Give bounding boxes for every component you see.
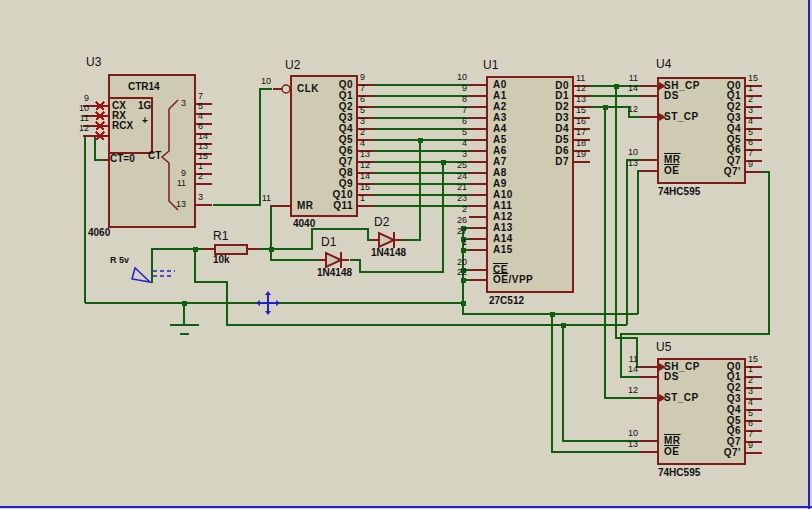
u1-pin-3-name: A7 [493,157,507,167]
u1-pin-11-number: 11 [576,74,585,83]
u1-pin-2-name: A12 [493,212,513,222]
u5-pin-9-number: 9 [748,441,753,450]
u5-pin-13-number: 13 [628,440,638,449]
junction-dot-9 [461,248,466,253]
u1-pin-7-name: A3 [493,113,507,123]
u4-pin-6-number: 6 [748,138,753,147]
u2-pin-10-name: CLK [297,84,319,94]
u1-pin-17-name: D5 [555,135,569,145]
u1-pin-19-number: 19 [576,150,586,159]
u2-pin-2-name: Q5 [339,135,353,145]
junction-dot-13 [550,312,555,317]
u5-ref: U5 [656,341,671,353]
junction-dot-12 [461,301,466,306]
u1-pin-25-name: A8 [493,168,507,178]
wire-36 [402,140,420,240]
u1-pin-26-name: A13 [493,223,513,233]
u1-pin-9-number: 9 [462,84,467,93]
resistor-r1-body[interactable] [215,245,247,254]
u1-pin-24-name: A9 [493,179,507,189]
u1-pin-1-number: 1 [462,238,467,247]
u1-pin-4-name: A6 [493,146,507,156]
junction-dot-0 [418,138,423,143]
u4-pin-2-number: 2 [748,95,753,104]
u4-pin-7-number: 7 [748,149,753,158]
diode-d2-body[interactable] [379,233,394,247]
u2-pin-13-number: 13 [360,150,370,159]
wire-19 [638,171,640,314]
u3-pin-4-number: 4 [198,112,203,121]
junction-dot-5 [193,247,198,252]
d2-value: 1N4148 [371,248,406,258]
power-terminal-label: R 5v [110,256,129,265]
u5-pin-7-name: Q7 [727,437,741,447]
u3-ct-out-11: 11 [177,179,186,188]
u4-pin-10-number: 10 [628,148,638,157]
u1-pin-7-number: 7 [462,106,467,115]
origin-marker-icon [265,291,271,295]
u2-pin-10-number: 10 [261,77,271,86]
u1-pin-21-name: A10 [493,190,513,200]
u1-pin-24-number: 24 [457,172,467,181]
u5-pin-15-number: 15 [748,355,758,364]
u4-ref: U4 [656,58,671,70]
u3-pin-14-number: 14 [198,132,208,141]
u3-ref: U3 [86,56,101,68]
u3-pin-13-number: 13 [198,142,208,151]
u1-pin-15-name: D3 [555,113,569,123]
junction-dot-1 [441,160,446,165]
u1-pin-10-number: 10 [457,73,467,82]
u1-pin-12-name: D1 [555,91,569,101]
u5-pin-4-number: 4 [748,398,753,407]
u2-pin-3-name: Q4 [339,124,353,134]
schematic-canvas[interactable]: 9101112754614131512310CLK11MR9Q07Q16Q25Q… [0,0,812,509]
u3-title: CTR14 [128,82,160,92]
junction-dot-11 [461,278,466,283]
u1-pin-26-number: 26 [457,216,467,225]
u1-pin-20-number: 20 [457,258,467,267]
u5-pin-1-name: Q1 [727,372,741,382]
u2-pin-9-name: Q0 [339,80,353,90]
u5-pin-12-name: ST_CP [664,393,699,403]
u2-pin-2-number: 2 [360,128,365,137]
u1-pin-5-number: 5 [462,128,467,137]
u1-pin-19-name: D7 [555,157,569,167]
u4-pin-10-name: MR [664,155,681,165]
u5-pin-3-name: Q3 [727,394,741,404]
u1-pin-2-number: 2 [462,205,467,214]
u4-pin-13-name: OE [664,166,679,176]
origin-marker-icon [276,300,280,306]
u5-pin-2-number: 2 [748,376,753,385]
u4-pin-12-name: ST_CP [664,112,699,122]
wire-31 [213,89,272,205]
r1-ref: R1 [213,230,228,242]
wire-17 [621,172,769,377]
u4-pin-2-name: Q2 [727,102,741,112]
d1-ref: D1 [321,236,336,248]
u1-pin-6-name: A4 [493,124,507,134]
u4-pin-5-number: 5 [748,128,753,137]
u1-pin-6-number: 6 [462,117,467,126]
d1-value: 1N4148 [317,268,352,278]
u2-pin-6-number: 6 [360,95,365,104]
junction-dot-3 [603,105,608,110]
u2-pin-5-name: Q3 [339,113,353,123]
u4-pin-9-name: Q7' [724,167,741,177]
u3-pin-6-number: 6 [198,122,203,131]
u2-pin-5-number: 5 [360,106,365,115]
u1-pin-27-name: A14 [493,234,513,244]
origin-marker-icon [265,311,271,315]
diode-d1-body[interactable] [326,253,341,267]
u5-pin-2-name: Q2 [727,383,741,393]
u4-pin-11-number: 11 [629,74,638,83]
u1-pin-27-number: 27 [457,227,467,236]
u2-pin-15-number: 15 [360,183,370,192]
power-terminal-icon[interactable] [132,268,150,282]
u4-pin-6-name: Q6 [727,145,741,155]
u5-pin-14-name: DS [664,372,679,382]
u5-pin-5-number: 5 [748,409,753,418]
junction-dot-2 [614,84,619,89]
u3-pin-15-number: 15 [198,152,208,161]
u4-pin-13-number: 13 [628,159,638,168]
u2-pin-3-number: 3 [360,117,365,126]
